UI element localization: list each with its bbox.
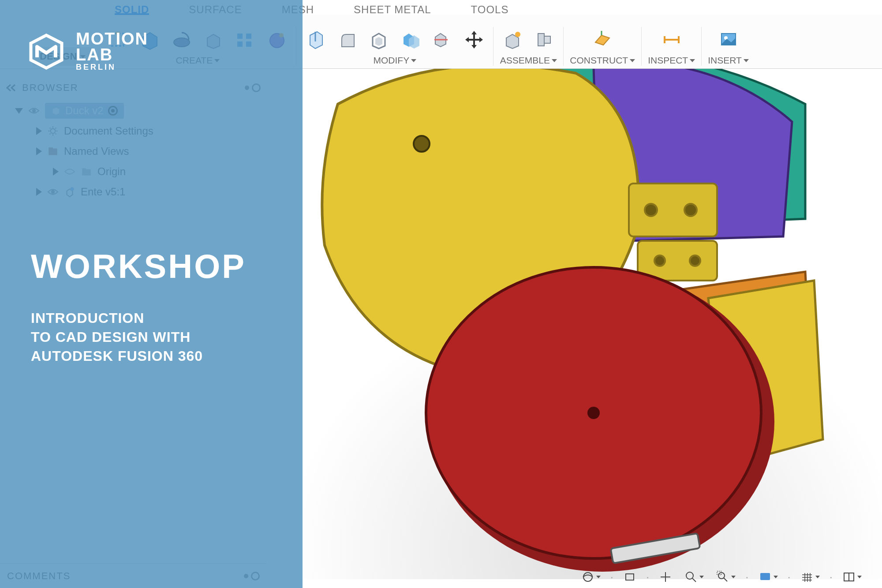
svg-line-40 [692, 578, 696, 582]
combine-icon[interactable] [398, 27, 423, 52]
svg-point-26 [414, 136, 430, 152]
svg-point-29 [684, 204, 697, 216]
plane-icon[interactable] [590, 27, 615, 52]
pan-icon[interactable] [656, 569, 675, 585]
toolbar-group-modify: MODIFY [296, 27, 493, 66]
chevron-down-icon [552, 59, 557, 62]
svg-point-41 [718, 573, 725, 579]
zoom-window-icon[interactable] [714, 569, 738, 585]
svg-rect-27 [629, 184, 717, 236]
measure-icon[interactable] [659, 27, 684, 52]
chevron-down-icon [699, 576, 704, 578]
look-at-icon[interactable] [620, 569, 639, 585]
workshop-title: WORKSHOP [31, 247, 246, 285]
model-duck [303, 69, 882, 588]
brand-sub: BERLIN [76, 63, 148, 72]
chevron-down-icon [774, 576, 778, 578]
split-icon[interactable] [430, 27, 455, 52]
chevron-down-icon [596, 576, 601, 578]
chevron-down-icon [731, 576, 736, 578]
svg-point-35 [587, 407, 600, 419]
navigation-bar: · · · · · [579, 569, 864, 585]
tab-tools[interactable]: TOOLS [471, 4, 509, 15]
svg-rect-38 [626, 574, 634, 580]
chevron-down-icon [815, 576, 820, 578]
joint-icon[interactable] [531, 27, 557, 52]
brand-line1: MOTION [76, 31, 148, 47]
svg-point-31 [654, 255, 665, 266]
toolbar-label-inspect[interactable]: INSPECT [648, 55, 695, 66]
svg-rect-11 [538, 34, 544, 46]
chevron-down-icon [744, 59, 749, 62]
grid-settings-icon[interactable] [798, 569, 822, 585]
shell-icon[interactable] [366, 27, 392, 52]
toolbar-label-insert[interactable]: INSERT [708, 55, 749, 66]
display-settings-icon[interactable] [756, 569, 781, 585]
orbit-icon[interactable] [579, 569, 603, 585]
toolbar-label-assemble[interactable]: ASSEMBLE [500, 55, 557, 66]
svg-point-39 [686, 572, 693, 579]
insert-decal-icon[interactable] [716, 27, 741, 52]
presspull-icon[interactable] [303, 27, 328, 52]
svg-point-10 [515, 32, 520, 37]
toolbar-group-assemble: ASSEMBLE [493, 27, 564, 66]
tab-sheet-metal[interactable]: SHEET METAL [354, 4, 431, 15]
zoom-icon[interactable] [682, 569, 706, 585]
chevron-down-icon [411, 59, 416, 62]
chevron-down-icon [690, 59, 695, 62]
toolbar-label-modify[interactable]: MODIFY [374, 55, 417, 66]
svg-line-42 [724, 578, 727, 581]
move-icon[interactable] [461, 27, 487, 52]
workshop-subtitle: INTRODUCTION TO CAD DESIGN WITH AUTODESK… [31, 309, 203, 366]
chevron-down-icon [857, 576, 862, 578]
chevron-down-icon [630, 59, 635, 62]
toolbar-group-inspect: INSPECT [642, 27, 702, 66]
brand-line2: LAB [76, 47, 148, 63]
toolbar-group-insert: INSERT [702, 27, 755, 66]
viewport-canvas[interactable] [303, 69, 882, 588]
logo-mark-icon [26, 32, 66, 71]
toolbar-group-construct: CONSTRUCT [564, 27, 642, 66]
svg-point-28 [645, 204, 657, 216]
logo: MOTION LAB BERLIN [26, 31, 276, 72]
promo-overlay: MOTION LAB BERLIN WORKSHOP INTRODUCTION … [0, 0, 303, 588]
svg-point-32 [690, 255, 700, 266]
svg-point-37 [583, 573, 592, 581]
fillet-icon[interactable] [334, 27, 360, 52]
svg-rect-12 [544, 36, 550, 43]
toolbar-label-construct[interactable]: CONSTRUCT [570, 55, 635, 66]
new-component-icon[interactable] [500, 27, 525, 52]
svg-rect-44 [760, 573, 770, 580]
viewport-layout-icon[interactable] [840, 569, 864, 585]
